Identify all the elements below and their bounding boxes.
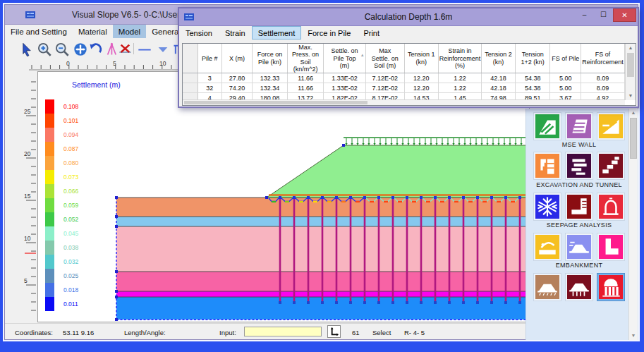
maximize-button[interactable]: ☐: [594, 8, 613, 22]
table-corner-cell: [183, 44, 198, 73]
table-hscroll-thumb[interactable]: [184, 101, 367, 104]
undo-icon[interactable]: [87, 42, 103, 57]
dialog-tab-print[interactable]: Print: [357, 26, 386, 40]
tile-wall-icon[interactable]: [566, 113, 593, 140]
table-cell: 74.20: [221, 83, 253, 93]
menu-material[interactable]: Material: [73, 25, 113, 38]
arrow-down-tool-icon[interactable]: [155, 42, 171, 57]
table-vertical-scrollbar[interactable]: ▲ ▼: [625, 44, 636, 100]
tile-brick-wall-icon[interactable]: [566, 152, 593, 179]
table-scroll-down-icon[interactable]: ▼: [626, 92, 636, 100]
pointer-icon[interactable]: [19, 42, 35, 57]
row-header-cell: [183, 73, 198, 83]
table-horizontal-scrollbar[interactable]: [183, 99, 625, 105]
menu-model[interactable]: Model: [113, 25, 146, 38]
reference-indicator: R- 4- 5: [404, 329, 425, 336]
column-header[interactable]: Strain in Reinforcement (%): [438, 44, 482, 73]
scroll-down-icon[interactable]: ▼: [629, 332, 638, 340]
column-header[interactable]: Max. Press. on Soil (kn/m^2): [287, 44, 324, 73]
column-header[interactable]: Force on Pile (kn): [253, 44, 288, 73]
column-header[interactable]: Max Settle. on Soil (m): [365, 44, 404, 73]
legend-swatch: [45, 198, 54, 212]
delete-icon[interactable]: [118, 42, 133, 57]
zoom-out-icon[interactable]: [54, 42, 70, 57]
legend-swatch: [45, 156, 54, 170]
scroll-thumb[interactable]: [630, 118, 637, 159]
results-table: Pile #X (m)Force on Pile (kn)Max. Press.…: [183, 44, 625, 100]
column-header[interactable]: Tension 1 (kn): [405, 44, 439, 73]
svg-text:5: 5: [113, 60, 116, 67]
table-cell: 7.12E-02: [365, 73, 404, 83]
zoom-in-icon[interactable]: [37, 42, 52, 57]
column-header[interactable]: X (m): [221, 44, 253, 73]
results-table-area: Pile #X (m)Force on Pile (kn)Max. Press.…: [182, 43, 636, 106]
tile-excavation-icon[interactable]: [566, 193, 593, 220]
table-cell: 8.09: [581, 73, 624, 83]
table-cell: 1.22: [438, 83, 482, 93]
table-row[interactable]: 327.80132.3311.661.33E-027.12E-0212.201.…: [183, 73, 625, 83]
tile-stepped-wall-icon[interactable]: [534, 152, 561, 179]
legend-swatch: [45, 128, 54, 142]
tile-block-steps-icon[interactable]: [597, 152, 624, 179]
group-label-embankment: EMBANKMENT: [526, 262, 632, 269]
tile-embankment-drains-icon[interactable]: [566, 274, 593, 301]
svg-text:15: 15: [24, 193, 31, 200]
tile-slope-icon[interactable]: [534, 113, 561, 140]
table-cell: 54.38: [515, 73, 550, 83]
tile-embankment-piles-icon[interactable]: [597, 274, 624, 301]
embankment-drains-icon: [567, 275, 591, 299]
dialog-titlebar[interactable]: Calculation Depth 1.6m – ☐ ✕: [179, 8, 638, 26]
legend-entry: 0.087: [45, 142, 165, 156]
legend-swatch: [45, 212, 54, 226]
tile-slip-surface-icon[interactable]: [534, 233, 561, 260]
dialog-tab-force-in-pile[interactable]: Force in Pile: [301, 26, 357, 40]
tile-tunnel-icon[interactable]: [597, 193, 624, 220]
slope-line-icon: [599, 114, 623, 138]
minimize-button[interactable]: –: [575, 8, 594, 22]
legend-value: 0.059: [63, 202, 78, 209]
column-header[interactable]: FS of Reinforcement: [581, 44, 624, 73]
legend-value: 0.052: [63, 216, 78, 223]
legend-entry: 0.059: [45, 198, 165, 212]
column-header[interactable]: Pile #: [198, 44, 222, 73]
table-cell: 12.20: [405, 83, 439, 93]
slope-icon: [535, 114, 559, 138]
tile-slope-line-icon[interactable]: [597, 113, 624, 140]
toolbar-separator: [133, 43, 134, 54]
table-cell: 32: [198, 83, 222, 93]
slip-surface-icon: [535, 235, 559, 259]
legend-value: 0.080: [63, 159, 78, 166]
close-button[interactable]: ✕: [613, 8, 636, 22]
column-header[interactable]: Tension 1+2 (kn): [515, 44, 550, 73]
table-scroll-up-icon[interactable]: ▲: [626, 44, 636, 52]
legend-swatch: [45, 283, 54, 297]
legend-entry: 0.011: [45, 297, 165, 311]
legend-entry: 0.032: [45, 255, 165, 269]
column-header[interactable]: FS of Pile: [550, 44, 581, 73]
dialog-tab-settlement[interactable]: Settlement: [252, 26, 302, 40]
line-tool-icon[interactable]: [137, 42, 152, 57]
axis-origin-button[interactable]: [327, 325, 341, 338]
legend-swatch: [45, 297, 54, 311]
coordinates-label: Coordinates:: [15, 329, 53, 336]
column-header[interactable]: Settle. on Pile Top (m)▲: [324, 44, 365, 73]
scroll-up-icon[interactable]: ▲: [629, 109, 638, 117]
tile-corner-structure-icon[interactable]: [597, 233, 624, 260]
legend-entry: 0.045: [45, 226, 165, 241]
table-scroll-thumb[interactable]: [627, 53, 634, 77]
table-cell: 7.12E-02: [365, 83, 404, 93]
tile-embankment-icon[interactable]: [534, 274, 561, 301]
table-row[interactable]: 3274.20132.3411.661.33E-027.12E-0212.201…: [183, 83, 625, 93]
pan-icon[interactable]: [73, 42, 88, 57]
status-bar: Coordinates: 53.11 9.16 Length/Angle: In…: [5, 323, 528, 339]
dialog-tab-strain[interactable]: Strain: [219, 26, 252, 40]
table-cell: 1.33E-02: [324, 73, 365, 83]
legend-value: 0.038: [63, 244, 78, 251]
column-header[interactable]: Tension 2 (kn): [482, 44, 516, 73]
tile-embankment-seepage-icon[interactable]: [566, 233, 593, 260]
drawing-canvas[interactable]: Settlement (m) 0.1080.1010.0940.0870.080…: [37, 71, 530, 322]
dialog-tab-tension[interactable]: Tension: [179, 26, 219, 40]
input-field[interactable]: [244, 327, 322, 336]
tile-snowflake-icon[interactable]: [534, 193, 561, 220]
menu-file-and-setting[interactable]: File and Setting: [5, 25, 73, 38]
